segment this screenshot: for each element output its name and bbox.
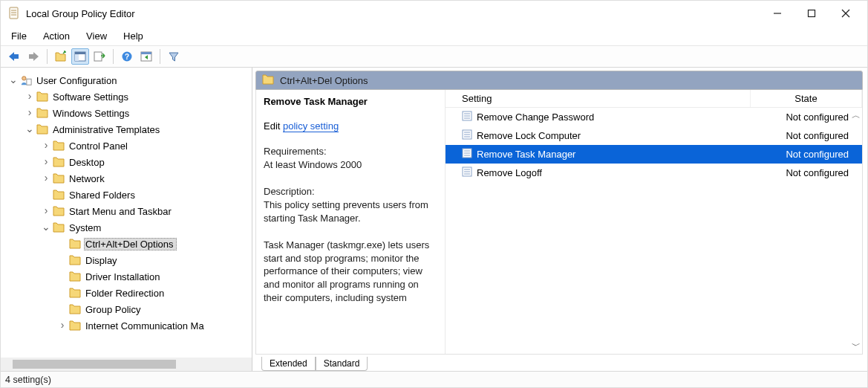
tree-label: Software Settings [51,91,131,103]
requirements-label: Requirements: [264,145,436,158]
edit-policy-link[interactable]: policy setting [283,120,339,132]
filter-button[interactable] [165,48,183,65]
selected-policy-title: Remove Task Manager [264,96,436,107]
svg-rect-8 [13,54,19,59]
up-button[interactable] [52,48,70,65]
tree-item[interactable]: Software Settings [4,88,252,105]
folder-icon [53,172,65,184]
expand-icon[interactable] [41,204,51,216]
setting-row[interactable]: Remove Lock ComputerNot configured [446,126,862,145]
details-header: Ctrl+Alt+Del Options [255,71,863,90]
expand-icon[interactable] [25,90,35,102]
setting-row[interactable]: Remove Change PasswordNot configured [446,108,862,126]
column-state[interactable]: State [751,90,862,107]
tree-item[interactable]: Driver Installation [4,268,252,285]
svg-point-18 [22,77,26,80]
tree-item[interactable]: Ctrl+Alt+Del Options [4,236,252,252]
settings-list: Setting State ︿ ﹀ Remove Change Password… [446,90,862,354]
description-label: Description: [264,185,436,198]
menubar: File Action View Help [1,26,867,45]
folder-icon [36,107,48,119]
list-rows[interactable]: ︿ ﹀ Remove Change PasswordNot configured… [446,108,862,354]
svg-rect-5 [809,10,815,17]
folder-icon [69,287,81,299]
description-column: Remove Task Manager Edit policy setting … [256,90,446,354]
action-button[interactable] [137,48,155,65]
requirements-value: At least Windows 2000 [264,158,436,172]
tab-standard[interactable]: Standard [316,357,368,371]
expand-icon[interactable] [8,74,19,85]
app-icon [8,7,20,20]
details-panel: Ctrl+Alt+Del Options Remove Task Manager… [252,68,867,371]
policy-icon [462,148,472,161]
tree-label: Administrative Templates [51,123,163,136]
setting-row[interactable]: Remove Task ManagerNot configured [446,145,862,164]
tree-label: System [68,222,104,234]
details-header-label: Ctrl+Alt+Del Options [280,75,368,86]
tree-item[interactable]: Display [4,252,252,268]
tree-item[interactable]: Group Policy [4,301,252,317]
toolbar-separator [160,49,160,64]
tree-item[interactable]: Internet Communication Ma [4,317,252,334]
scrollbar-thumb[interactable] [13,360,176,369]
folder-icon [53,140,65,152]
export-button[interactable] [91,48,108,65]
tree-item[interactable]: Administrative Templates [4,121,252,138]
setting-name: Remove Lock Computer [477,130,581,141]
folder-icon [69,238,81,250]
maximize-button[interactable] [794,2,829,25]
tree-label: Shared Folders [68,189,138,201]
tree-label: Group Policy [84,303,143,316]
svg-rect-13 [94,52,102,61]
expand-icon[interactable] [41,172,51,184]
tree-horizontal-scrollbar[interactable] [1,358,252,371]
folder-icon [69,303,81,315]
tree-item[interactable]: Folder Redirection [4,285,252,301]
menu-action[interactable]: Action [40,29,73,43]
menu-help[interactable]: Help [120,29,146,43]
menu-file[interactable]: File [8,29,30,43]
expand-icon[interactable] [41,139,51,151]
folder-icon [53,189,65,201]
tree-label: Internet Communication Ma [84,320,207,332]
svg-rect-11 [75,52,85,54]
tree-item[interactable]: Shared Folders [4,187,252,203]
menu-view[interactable]: View [83,29,110,43]
tree-label: Control Panel [68,140,131,152]
help-button[interactable]: ? [118,48,136,65]
setting-name: Remove Change Password [477,111,594,123]
scroll-up-icon[interactable]: ︿ [852,109,861,122]
collapse-icon[interactable] [25,123,35,135]
workspace: User Configuration Software SettingsWind… [1,68,867,371]
tree-item[interactable]: Start Menu and Taskbar [4,203,252,219]
column-setting[interactable]: Setting [446,90,751,107]
tree-item[interactable]: Control Panel [4,138,252,154]
forward-button[interactable] [25,48,42,65]
tree-item[interactable]: Windows Settings [4,105,252,121]
svg-rect-19 [27,79,31,85]
scroll-down-icon[interactable]: ﹀ [852,340,861,352]
folder-icon [53,222,65,233]
back-button[interactable] [5,48,23,65]
toolbar-separator [113,49,114,64]
tree-root[interactable]: User Configuration [4,72,252,88]
tree-label: User Configuration [35,74,120,87]
collapse-icon[interactable] [41,221,51,233]
expand-icon[interactable] [41,155,51,167]
edit-line: Edit policy setting [264,120,436,132]
setting-state: Not configured [751,130,862,141]
tree-item[interactable]: System [4,219,252,236]
minimize-button[interactable] [760,2,794,25]
tree-item[interactable]: Desktop [4,154,252,170]
tab-extended[interactable]: Extended [261,357,316,371]
show-tree-button[interactable] [71,48,89,65]
edit-prefix: Edit [264,120,283,132]
close-button[interactable] [829,2,863,25]
expand-icon[interactable] [25,106,35,118]
tree[interactable]: User Configuration Software SettingsWind… [1,68,252,358]
setting-row[interactable]: Remove LogoffNot configured [446,164,862,182]
expand-icon[interactable] [57,319,68,331]
description-body-1: This policy setting prevents users from … [264,198,436,225]
folder-icon [69,271,81,282]
tree-item[interactable]: Network [4,170,252,187]
